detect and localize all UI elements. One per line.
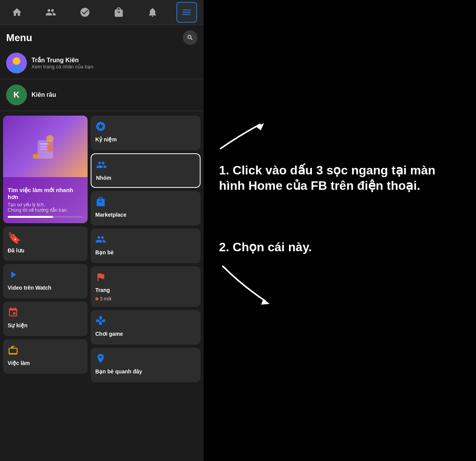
step1-text: 1. Click vào dấu 3 sọc ngang tại màn hìn… bbox=[219, 163, 461, 193]
job-card-desc1: Tạo sơ yếu lý lịch. bbox=[8, 202, 83, 207]
marketplace-label: Marketplace bbox=[95, 212, 126, 218]
search-button[interactable] bbox=[183, 30, 197, 45]
pages-label: Trang bbox=[95, 287, 110, 293]
profile-link: Xem trang cá nhân của bạn bbox=[32, 64, 93, 70]
svg-rect-5 bbox=[40, 146, 48, 147]
groups-card[interactable]: Nhóm bbox=[91, 153, 201, 188]
nav-notifications[interactable] bbox=[142, 2, 163, 23]
pages-badge: 3 mới bbox=[95, 296, 111, 302]
job-card-desc2: Chúng tôi sẽ hướng dẫn bạn. bbox=[8, 207, 83, 213]
left-column: Tìm việc làm mới nhanh hơn Tạo sơ yếu lý… bbox=[3, 116, 88, 458]
marketplace-card[interactable]: Marketplace bbox=[91, 191, 201, 226]
svg-point-7 bbox=[46, 135, 53, 142]
watch-icon bbox=[8, 269, 18, 282]
nav-groups[interactable] bbox=[75, 2, 95, 23]
watch-card[interactable]: Video trên Watch bbox=[3, 264, 88, 298]
divider-2 bbox=[0, 111, 204, 111]
memories-card[interactable]: Kỷ niệm bbox=[91, 116, 201, 150]
user-profile[interactable]: Trần Trung Kiên Xem trang cá nhân của bạ… bbox=[0, 49, 204, 77]
card-illustration bbox=[3, 116, 88, 177]
groups-label: Nhóm bbox=[96, 175, 111, 181]
saved-label: Đã lưu bbox=[8, 247, 24, 254]
secondary-avatar: K bbox=[6, 85, 27, 105]
secondary-account[interactable]: K Kiên râu bbox=[0, 81, 204, 109]
step2-text: 2. Chọn cái này. bbox=[219, 239, 312, 255]
events-icon bbox=[8, 307, 18, 319]
memories-icon bbox=[95, 121, 106, 133]
friends-card[interactable]: Bạn bè bbox=[91, 229, 201, 263]
step2-block: 2. Chọn cái này. bbox=[219, 239, 461, 308]
arrow1-svg bbox=[216, 114, 272, 160]
jobs-card[interactable]: Việc làm bbox=[3, 339, 88, 374]
nav-menu[interactable] bbox=[176, 2, 197, 23]
svg-point-2 bbox=[10, 65, 23, 73]
user-info: Trần Trung Kiên Xem trang cá nhân của bạ… bbox=[32, 56, 93, 70]
instructions-panel: 1. Click vào dấu 3 sọc ngang tại màn hìn… bbox=[204, 0, 476, 461]
nav-bar bbox=[0, 0, 204, 25]
nav-home[interactable] bbox=[7, 2, 27, 23]
secondary-name: Kiên râu bbox=[32, 91, 56, 98]
events-card[interactable]: Sự kiện bbox=[3, 302, 88, 336]
nav-marketplace[interactable] bbox=[108, 2, 129, 23]
games-label: Chơi game bbox=[95, 331, 123, 337]
arrow2-svg bbox=[219, 262, 280, 308]
divider-1 bbox=[0, 79, 204, 79]
progress-bar-bg bbox=[8, 216, 83, 218]
games-card[interactable]: Chơi game bbox=[91, 310, 201, 345]
friends-label: Bạn bè bbox=[95, 249, 114, 255]
svg-rect-8 bbox=[33, 154, 39, 159]
games-icon bbox=[95, 315, 106, 328]
marketplace-icon bbox=[95, 196, 106, 209]
badge-text: 3 mới bbox=[100, 296, 111, 302]
content-area: Tìm việc làm mới nhanh hơn Tạo sơ yếu lý… bbox=[0, 113, 204, 461]
nearby-icon bbox=[95, 353, 106, 365]
watch-label: Video trên Watch bbox=[8, 285, 51, 291]
nav-friends[interactable] bbox=[40, 2, 61, 23]
saved-icon: 🔖 bbox=[8, 232, 21, 244]
groups-icon bbox=[96, 159, 107, 172]
nearby-label: Bạn bè quanh đây bbox=[95, 368, 142, 375]
friends-icon bbox=[95, 234, 106, 246]
right-column: Kỷ niệm Nhóm Marketplace bbox=[91, 116, 201, 458]
fb-panel: Menu Trần Trung Kiên Xem trang cá nhân c… bbox=[0, 0, 204, 461]
jobs-label: Việc làm bbox=[8, 360, 30, 366]
nearby-friends-card[interactable]: Bạn bè quanh đây bbox=[91, 348, 201, 382]
progress-bar-fill bbox=[8, 216, 53, 218]
step1-block: 1. Click vào dấu 3 sọc ngang tại màn hìn… bbox=[219, 129, 461, 193]
svg-point-1 bbox=[13, 57, 20, 65]
menu-title: Menu bbox=[6, 32, 32, 44]
saved-card[interactable]: 🔖 Đã lưu bbox=[3, 226, 88, 261]
pages-card[interactable]: Trang 3 mới bbox=[91, 266, 201, 307]
badge-dot bbox=[95, 297, 98, 300]
menu-header: Menu bbox=[0, 25, 204, 49]
svg-rect-9 bbox=[34, 153, 38, 155]
job-card-text: Tìm việc làm mới nhanh hơn Tạo sơ yếu lý… bbox=[8, 187, 83, 218]
events-label: Sự kiện bbox=[8, 322, 27, 328]
jobs-icon bbox=[8, 345, 18, 357]
user-name: Trần Trung Kiên bbox=[32, 56, 93, 64]
job-card-title: Tìm việc làm mới nhanh hơn bbox=[8, 187, 83, 201]
job-finder-card[interactable]: Tìm việc làm mới nhanh hơn Tạo sơ yếu lý… bbox=[3, 116, 88, 223]
memories-label: Kỷ niệm bbox=[95, 136, 117, 143]
pages-icon bbox=[95, 272, 106, 284]
avatar bbox=[6, 53, 27, 73]
